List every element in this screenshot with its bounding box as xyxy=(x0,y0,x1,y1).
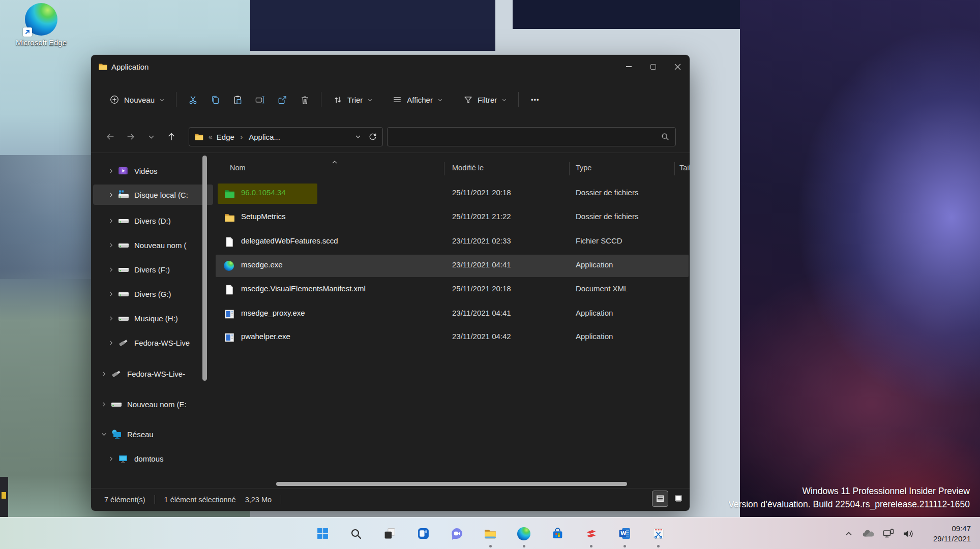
sidebar-item-fedora-usb-2[interactable]: Fedora-WS-Live- xyxy=(93,364,213,383)
file-row-setupmetrics[interactable]: SetupMetrics 25/11/2021 21:22 Dossier de… xyxy=(216,206,689,229)
running-indicator xyxy=(523,545,525,547)
start-button[interactable] xyxy=(306,517,339,549)
copy-button[interactable] xyxy=(204,89,226,110)
up-button[interactable] xyxy=(161,127,182,146)
filter-button[interactable]: Filtrer xyxy=(457,91,513,109)
taskbar-store-button[interactable] xyxy=(541,517,574,549)
maximize-button[interactable] xyxy=(641,55,665,78)
sidebar-item-domtous[interactable]: domtous xyxy=(93,449,213,468)
volume-icon[interactable] xyxy=(902,528,914,539)
file-row-msedge-proxy-exe[interactable]: msedge_proxy.exe 23/11/2021 04:41 Applic… xyxy=(216,303,689,325)
rename-icon xyxy=(255,95,265,105)
more-options-button[interactable]: ••• xyxy=(524,89,546,110)
column-header-modified[interactable]: Modifié le xyxy=(452,164,484,172)
sort-button[interactable]: Trier xyxy=(326,90,379,109)
horizontal-scrollbar[interactable] xyxy=(276,482,627,486)
file-row-96-0-1054-34[interactable]: 96.0.1054.34 25/11/2021 20:18 Dossier de… xyxy=(216,182,689,205)
task-view-button[interactable] xyxy=(373,517,406,549)
chevron-right-icon[interactable] xyxy=(107,267,114,272)
chevron-right-icon[interactable] xyxy=(107,168,114,174)
sidebar-item-musique-h[interactable]: Musique (H:) xyxy=(93,309,213,327)
chevron-right-icon[interactable] xyxy=(107,192,114,198)
file-modified: 23/11/2021 04:41 xyxy=(452,309,511,317)
chevron-right-icon[interactable] xyxy=(107,340,114,346)
sidebar-item-label: Réseau xyxy=(127,430,154,439)
desktop-shortcut-edge[interactable]: Microsoft Edge xyxy=(10,3,72,47)
breadcrumb-overflow[interactable]: « xyxy=(209,133,213,141)
taskbar-search-button[interactable] xyxy=(339,517,373,549)
word-icon: W xyxy=(618,527,631,540)
address-breadcrumb[interactable]: « Edge › Applica... xyxy=(189,127,383,146)
column-header-size[interactable]: Tail xyxy=(679,164,690,172)
breadcrumb-item-current[interactable]: Applica... xyxy=(249,133,280,141)
sidebar-item-nouveau-nom-e[interactable]: Nouveau nom (E: xyxy=(93,395,213,413)
sidebar-item-divers-g[interactable]: Divers (G:) xyxy=(93,285,213,303)
recent-locations-button[interactable] xyxy=(141,127,161,146)
chat-button[interactable] xyxy=(440,517,473,549)
taskbar-word-button[interactable]: W xyxy=(608,517,641,549)
chevron-right-icon[interactable] xyxy=(107,218,114,224)
breadcrumb-item-edge[interactable]: Edge xyxy=(217,133,234,141)
chevron-right-icon[interactable] xyxy=(107,242,114,248)
onedrive-icon[interactable] xyxy=(862,529,875,539)
file-modified: 23/11/2021 04:42 xyxy=(452,332,511,341)
chevron-right-icon[interactable] xyxy=(100,371,107,377)
details-view-button[interactable] xyxy=(652,491,668,507)
chevron-right-icon[interactable] xyxy=(107,456,114,462)
forward-button[interactable] xyxy=(121,127,141,146)
breadcrumb-separator: › xyxy=(241,133,243,141)
sidebar-scrollbar[interactable] xyxy=(202,156,207,381)
taskbar-snipping-tool-button[interactable] xyxy=(641,517,675,549)
view-button[interactable]: Afficher xyxy=(386,90,449,109)
chevron-down-icon[interactable] xyxy=(100,432,107,437)
cut-button[interactable] xyxy=(182,89,204,110)
close-button[interactable] xyxy=(665,55,690,78)
delete-button[interactable] xyxy=(293,89,316,110)
taskbar-clock[interactable]: 09:47 29/11/2021 xyxy=(922,524,971,544)
title-bar[interactable]: Application xyxy=(91,55,690,78)
wallpaper-bloom-right xyxy=(740,0,980,517)
taskbar-edge-button[interactable] xyxy=(507,517,541,549)
sidebar-item-videos[interactable]: Vidéos xyxy=(93,162,213,180)
sidebar-item-divers-d[interactable]: Divers (D:) xyxy=(93,211,213,230)
sidebar-item-nouveau-nom[interactable]: Nouveau nom ( xyxy=(93,236,213,254)
address-dropdown-icon[interactable] xyxy=(355,134,361,140)
file-row-pwahelper-exe[interactable]: pwahelper.exe 23/11/2021 04:42 Applicati… xyxy=(216,326,689,349)
widgets-button[interactable] xyxy=(406,517,440,549)
file-name: SetupMetrics xyxy=(241,212,286,221)
large-icons-view-button[interactable] xyxy=(670,491,687,507)
file-row-msedge-exe[interactable]: msedge.exe 23/11/2021 04:41 Application xyxy=(216,255,689,277)
new-button[interactable]: Nouveau xyxy=(103,90,171,109)
minimize-button[interactable] xyxy=(616,55,641,78)
sidebar-item-reseau[interactable]: Réseau xyxy=(93,425,213,443)
tray-chevron-up-icon[interactable] xyxy=(844,529,854,539)
file-row-delegatedwebfeatures[interactable]: delegatedWebFeatures.sccd 23/11/2021 02:… xyxy=(216,231,689,253)
back-button[interactable] xyxy=(100,127,121,146)
arrow-right-icon xyxy=(126,132,136,142)
chevron-right-icon[interactable] xyxy=(100,402,107,407)
chevron-right-icon[interactable] xyxy=(107,291,114,297)
chevron-right-icon[interactable] xyxy=(107,316,114,321)
taskbar-explorer-button[interactable] xyxy=(473,517,507,549)
sidebar-item-label: Disque local (C: xyxy=(134,191,188,199)
rename-button[interactable] xyxy=(249,89,271,110)
clipboard-icon xyxy=(232,95,243,105)
share-button[interactable] xyxy=(271,89,293,110)
refresh-icon[interactable] xyxy=(368,132,377,141)
network-ethernet-icon[interactable] xyxy=(882,528,895,539)
file-row-visualelementsmanifest[interactable]: msedge.VisualElementsManifest.xml 25/11/… xyxy=(216,279,689,301)
sidebar-item-divers-f[interactable]: Divers (F:) xyxy=(93,260,213,279)
sidebar-item-label: domtous xyxy=(134,454,164,463)
paste-button[interactable] xyxy=(226,89,249,110)
search-input[interactable] xyxy=(394,132,661,142)
taskbar-expressvpn-button[interactable] xyxy=(574,517,608,549)
column-header-name[interactable]: Nom xyxy=(230,164,246,172)
sidebar-item-local-disk-c[interactable]: Disque local (C: xyxy=(93,185,213,205)
filter-button-label: Filtrer xyxy=(478,96,497,104)
column-header-type[interactable]: Type xyxy=(576,164,591,172)
sidebar-item-label: Vidéos xyxy=(134,167,158,175)
sidebar-item-fedora-usb-1[interactable]: Fedora-WS-Live xyxy=(93,333,213,352)
search-box[interactable] xyxy=(387,127,676,146)
shortcut-arrow-icon xyxy=(23,27,32,37)
arrow-left-icon xyxy=(105,132,115,142)
